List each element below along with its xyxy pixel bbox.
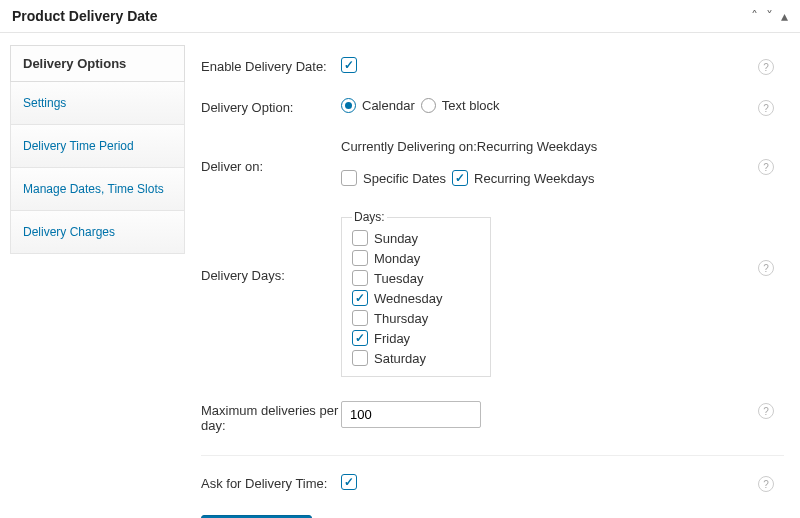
checkbox-thursday[interactable] [352, 310, 368, 326]
checkbox-friday[interactable] [352, 330, 368, 346]
sidebar-item-settings[interactable]: Settings [10, 82, 185, 125]
label-thursday: Thursday [374, 311, 428, 326]
help-icon[interactable]: ? [758, 476, 774, 492]
deliver-on-status: Currently Delivering on:Recurring Weekda… [341, 139, 784, 154]
collapse-down-icon[interactable]: ˅ [766, 8, 773, 24]
help-icon[interactable]: ? [758, 260, 774, 276]
label-max-deliveries: Maximum deliveries per day: [201, 401, 341, 433]
day-row-tuesday: Tuesday [352, 268, 480, 288]
row-deliver-on: Deliver on: Currently Delivering on:Recu… [201, 127, 784, 198]
sidebar-item-delivery-charges[interactable]: Delivery Charges [10, 211, 185, 254]
label-monday: Monday [374, 251, 420, 266]
checkbox-ask-delivery-time[interactable] [341, 474, 357, 490]
radio-calendar-label: Calendar [362, 98, 415, 113]
label-saturday: Saturday [374, 351, 426, 366]
label-delivery-days: Delivery Days: [201, 210, 341, 283]
label-ask-delivery-time: Ask for Delivery Time: [201, 474, 341, 491]
sidebar: Delivery Options Settings Delivery Time … [10, 45, 185, 518]
label-deliver-on: Deliver on: [201, 139, 341, 174]
collapse-up-icon[interactable]: ˄ [751, 8, 758, 24]
row-delivery-days: Delivery Days: Days: Sunday Monday [201, 198, 784, 389]
days-fieldset: Days: Sunday Monday Tuesday [341, 210, 491, 377]
checkbox-monday[interactable] [352, 250, 368, 266]
row-delivery-option: Delivery Option: Calendar Text block ? [201, 86, 784, 127]
product-delivery-panel: Product Delivery Date ˄ ˅ ▴ Delivery Opt… [0, 0, 800, 518]
help-icon[interactable]: ? [758, 100, 774, 116]
radio-textblock[interactable] [421, 98, 436, 113]
panel-body: Delivery Options Settings Delivery Time … [0, 33, 800, 518]
row-enable-delivery: Enable Delivery Date: ? [201, 45, 784, 86]
label-tuesday: Tuesday [374, 271, 423, 286]
checkbox-enable-delivery[interactable] [341, 57, 357, 73]
input-max-deliveries[interactable] [341, 401, 481, 428]
row-max-deliveries: Maximum deliveries per day: ? [201, 389, 784, 456]
row-add-time-slot: Add Time Slot [201, 503, 784, 518]
panel-actions: ˄ ˅ ▴ [751, 8, 788, 24]
sidebar-item-manage-dates[interactable]: Manage Dates, Time Slots [10, 168, 185, 211]
panel-header: Product Delivery Date ˄ ˅ ▴ [0, 0, 800, 33]
radio-textblock-label: Text block [442, 98, 500, 113]
label-recurring-weekdays: Recurring Weekdays [474, 171, 594, 186]
label-sunday: Sunday [374, 231, 418, 246]
sidebar-item-delivery-time-period[interactable]: Delivery Time Period [10, 125, 185, 168]
help-icon[interactable]: ? [758, 403, 774, 419]
label-delivery-option: Delivery Option: [201, 98, 341, 115]
row-ask-delivery-time: Ask for Delivery Time: ? [201, 462, 784, 503]
day-row-sunday: Sunday [352, 228, 480, 248]
label-enable-delivery: Enable Delivery Date: [201, 57, 341, 74]
days-legend: Days: [352, 210, 387, 224]
toggle-icon[interactable]: ▴ [781, 8, 788, 24]
label-friday: Friday [374, 331, 410, 346]
radio-calendar[interactable] [341, 98, 356, 113]
status-prefix: Currently Delivering on: [341, 139, 477, 154]
checkbox-saturday[interactable] [352, 350, 368, 366]
checkbox-wednesday[interactable] [352, 290, 368, 306]
label-specific-dates: Specific Dates [363, 171, 446, 186]
day-row-friday: Friday [352, 328, 480, 348]
day-row-monday: Monday [352, 248, 480, 268]
panel-title: Product Delivery Date [12, 8, 158, 24]
help-icon[interactable]: ? [758, 159, 774, 175]
checkbox-specific-dates[interactable] [341, 170, 357, 186]
checkbox-sunday[interactable] [352, 230, 368, 246]
status-value: Recurring Weekdays [477, 139, 597, 154]
label-wednesday: Wednesday [374, 291, 442, 306]
help-icon[interactable]: ? [758, 59, 774, 75]
day-row-thursday: Thursday [352, 308, 480, 328]
day-row-saturday: Saturday [352, 348, 480, 368]
sidebar-heading: Delivery Options [10, 45, 185, 82]
checkbox-recurring-weekdays[interactable] [452, 170, 468, 186]
day-row-wednesday: Wednesday [352, 288, 480, 308]
checkbox-tuesday[interactable] [352, 270, 368, 286]
form-area: Enable Delivery Date: ? Delivery Option:… [195, 45, 790, 518]
